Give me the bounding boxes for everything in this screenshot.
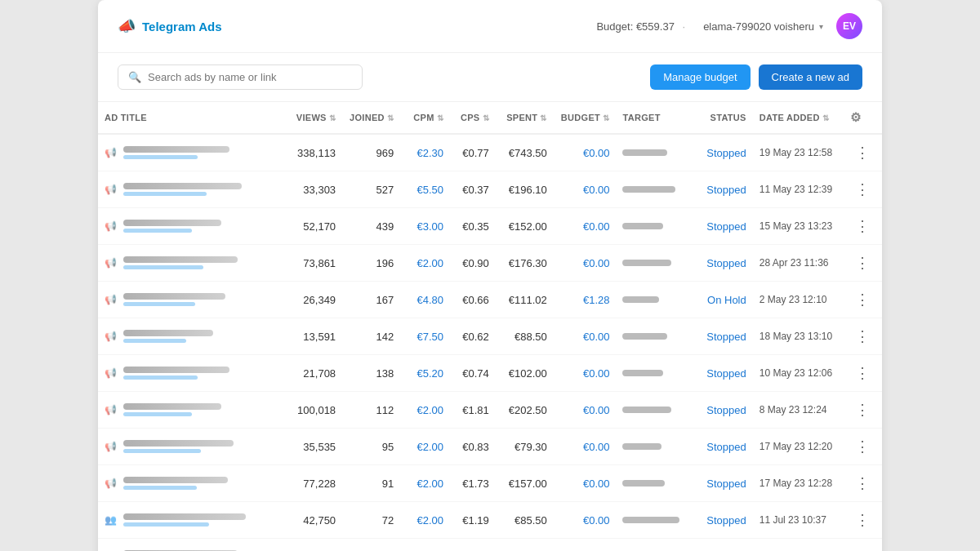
target-cell — [616, 429, 690, 465]
ad-title-cell: 📢 — [98, 539, 280, 552]
target-cell — [616, 171, 690, 208]
header: 📣 Telegram Ads Budget: €559.37 · elama-7… — [98, 0, 882, 53]
views-cell: 21,708 — [280, 355, 342, 392]
budget-value: €0.00 — [583, 220, 610, 233]
ad-title-cell: 📢 — [98, 245, 280, 282]
actions-cell: ⋮ — [844, 355, 882, 392]
cpm-link[interactable]: €7.50 — [417, 331, 444, 343]
budget-cell: €0.00 — [554, 502, 617, 539]
search-input[interactable] — [148, 71, 352, 83]
logo-area: 📣 Telegram Ads — [118, 17, 222, 35]
target-cell — [616, 502, 690, 539]
table-row: 📢 338,113 969 €2.30 €0.77 €743.50 €0.00 … — [98, 134, 882, 171]
views-cell: 24,686 — [280, 539, 342, 552]
ads-table: AD TITLE VIEWS JOINED CPM CPS SPENT BUDG… — [98, 102, 882, 551]
cpm-cell: €3.00 — [400, 208, 450, 245]
row-actions-button[interactable]: ⋮ — [850, 289, 875, 310]
cps-cell: €0.37 — [450, 171, 496, 208]
table-row: 📢 21,708 138 €5.20 €0.74 €102.00 €0.00 S… — [98, 355, 882, 392]
cpm-link[interactable]: €3.00 — [417, 220, 444, 233]
ad-title-cell: 📢 — [98, 392, 280, 429]
row-actions-button[interactable]: ⋮ — [850, 399, 875, 420]
col-header-cps[interactable]: CPS — [450, 102, 496, 134]
row-actions-button[interactable]: ⋮ — [850, 546, 875, 551]
ad-type-icon: 📢 — [105, 367, 117, 379]
target-cell — [616, 392, 690, 429]
create-ad-button[interactable]: Create a new ad — [759, 64, 862, 90]
status-cell: Stopped — [691, 392, 753, 429]
table-row: 📢 26,349 167 €4.80 €0.66 €111.02 €1.28 O… — [98, 282, 882, 318]
table-row: 📢 24,686 69 €3.00 €1.23 €84.68 €1.22 On … — [98, 539, 882, 552]
budget-value: €0.00 — [583, 257, 610, 269]
cpm-cell: €2.00 — [400, 392, 450, 429]
col-header-joined[interactable]: JOINED — [342, 102, 400, 134]
ad-title-subbar — [123, 375, 198, 380]
search-box: 🔍 — [118, 64, 363, 90]
target-bar — [622, 186, 675, 193]
budget-cell: €0.00 — [554, 171, 617, 208]
ad-title-bar — [123, 183, 242, 189]
row-actions-button[interactable]: ⋮ — [850, 436, 875, 457]
row-actions-button[interactable]: ⋮ — [850, 179, 875, 200]
date-cell: 19 May 23 12:58 — [753, 134, 844, 171]
cps-cell: €1.81 — [450, 392, 496, 429]
budget-cell: €0.00 — [554, 318, 617, 355]
cpm-link[interactable]: €5.50 — [417, 184, 444, 196]
row-actions-button[interactable]: ⋮ — [850, 252, 875, 273]
avatar[interactable]: EV — [836, 13, 862, 39]
col-header-budget[interactable]: BUDGET — [554, 102, 617, 134]
cps-cell: €0.83 — [450, 429, 496, 465]
manage-budget-button[interactable]: Manage budget — [650, 64, 750, 90]
spent-cell: €176.30 — [496, 245, 554, 282]
actions-cell: ⋮ — [844, 392, 882, 429]
user-menu[interactable]: elama-799020 voisheru ▾ — [703, 20, 823, 33]
ad-title-subbar — [123, 302, 195, 306]
row-actions-button[interactable]: ⋮ — [850, 473, 875, 494]
row-actions-button[interactable]: ⋮ — [850, 509, 875, 531]
row-actions-button[interactable]: ⋮ — [850, 142, 875, 163]
ad-title-bar — [123, 146, 229, 153]
date-cell: 8 May 23 12:24 — [753, 392, 844, 429]
cpm-link[interactable]: €5.20 — [417, 367, 444, 380]
actions-cell: ⋮ — [844, 208, 882, 245]
col-header-cpm[interactable]: CPM — [400, 102, 450, 134]
table-row: 📢 52,170 439 €3.00 €0.35 €152.00 €0.00 S… — [98, 208, 882, 245]
ad-type-icon: 📢 — [105, 147, 117, 158]
ad-type-icon: 📢 — [105, 257, 117, 269]
table-row: 📢 100,018 112 €2.00 €1.81 €202.50 €0.00 … — [98, 392, 882, 429]
ad-title-subbar — [123, 192, 207, 196]
spent-cell: €202.50 — [496, 392, 554, 429]
target-cell — [616, 539, 690, 552]
settings-icon[interactable]: ⚙ — [850, 110, 861, 124]
row-actions-button[interactable]: ⋮ — [850, 326, 875, 347]
joined-cell: 196 — [342, 245, 400, 282]
col-header-views[interactable]: VIEWS — [280, 102, 342, 134]
col-header-spent[interactable]: SPENT — [496, 102, 554, 134]
row-actions-button[interactable]: ⋮ — [850, 362, 875, 384]
cpm-link[interactable]: €4.80 — [417, 294, 444, 306]
col-header-dateadded[interactable]: DATE ADDED — [753, 102, 844, 134]
cpm-cell: €3.00 — [400, 539, 450, 552]
views-cell: 42,750 — [280, 502, 342, 539]
ad-title-subbar — [123, 412, 192, 416]
budget-display: Budget: €559.37 · — [596, 20, 690, 33]
cpm-link[interactable]: €2.00 — [417, 257, 444, 269]
status-cell: Stopped — [691, 502, 753, 539]
target-bar — [622, 370, 663, 376]
cpm-link[interactable]: €2.30 — [417, 147, 444, 159]
budget-cell: €0.00 — [554, 355, 617, 392]
actions-cell: ⋮ — [844, 282, 882, 318]
cpm-link[interactable]: €2.00 — [417, 441, 444, 453]
table-row: 👥 42,750 72 €2.00 €1.19 €85.50 €0.00 Sto… — [98, 502, 882, 539]
table-row: 📢 13,591 142 €7.50 €0.62 €88.50 €0.00 St… — [98, 318, 882, 355]
budget-value: €0.00 — [583, 184, 610, 196]
search-icon: 🔍 — [128, 71, 141, 83]
ad-title-bar — [123, 477, 228, 483]
row-actions-button[interactable]: ⋮ — [850, 216, 875, 237]
cpm-link[interactable]: €2.00 — [417, 478, 444, 490]
table-row: 📢 33,303 527 €5.50 €0.37 €196.10 €0.00 S… — [98, 171, 882, 208]
actions-cell: ⋮ — [844, 429, 882, 465]
cpm-link[interactable]: €2.00 — [417, 514, 444, 527]
cpm-link[interactable]: €2.00 — [417, 404, 444, 416]
views-cell: 100,018 — [280, 392, 342, 429]
